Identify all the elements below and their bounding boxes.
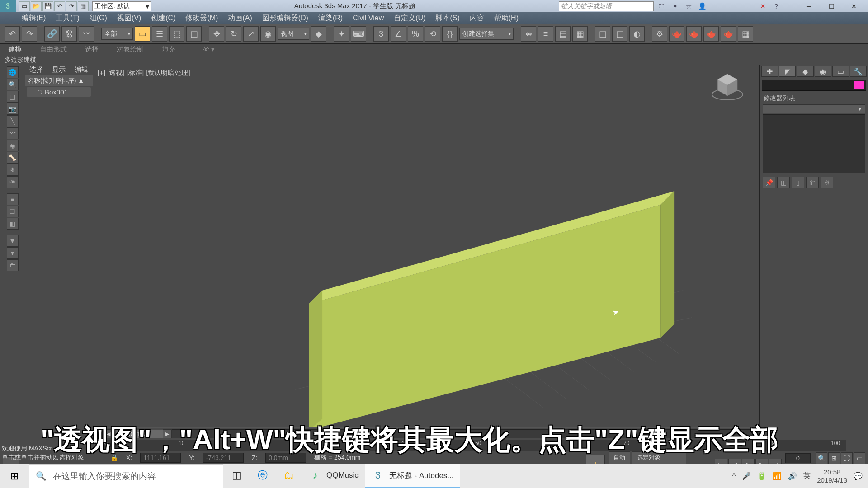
cmd-tab-display[interactable]: ▭	[832, 66, 849, 77]
lt-line-icon[interactable]: ╲	[7, 115, 19, 127]
configure-icon[interactable]: ⚙	[821, 177, 833, 188]
lt-bone-icon[interactable]: 🦴	[7, 152, 19, 164]
pivot-button[interactable]: ◆	[311, 26, 326, 42]
cmd-tab-modify[interactable]: ◤	[779, 66, 796, 77]
render-online-button[interactable]: ▦	[738, 26, 753, 42]
menu-render[interactable]: 渲染(R)	[318, 14, 343, 23]
undo-button[interactable]: ↶	[5, 26, 20, 42]
zoom-extents-button[interactable]: ⛶	[841, 452, 853, 464]
auto-key-button[interactable]: 自动	[609, 451, 630, 464]
menu-help[interactable]: 帮助(H)	[494, 14, 519, 23]
lt-wave-icon[interactable]: 〰	[7, 127, 19, 139]
menu-script[interactable]: 脚本(S)	[435, 14, 459, 23]
named-sel-button[interactable]: {}	[442, 26, 458, 42]
zoom-button[interactable]: 🔍	[816, 452, 827, 464]
remove-mod-icon[interactable]: 🗑	[806, 177, 819, 188]
tray-wifi-icon[interactable]: 📶	[773, 472, 782, 480]
time-ruler[interactable]: 0 10 20 30 40 50 60 70 80 90 100	[104, 440, 846, 451]
lt-sphere-icon[interactable]: ◉	[7, 140, 19, 151]
lt-folder-icon[interactable]: 🗀	[7, 259, 19, 271]
unique-icon[interactable]: ▯	[792, 177, 804, 188]
scene-tab-select[interactable]: 选择	[29, 66, 43, 74]
schematic-button[interactable]: ◫	[612, 26, 627, 42]
task-view-button[interactable]: ◫	[223, 464, 250, 488]
lt-invert-icon[interactable]: ◧	[7, 218, 19, 230]
render-button[interactable]: 🫖	[686, 26, 702, 42]
menu-tools[interactable]: 工具(T)	[56, 14, 79, 23]
ref-coord-dropdown[interactable]: 视图	[278, 28, 309, 40]
minimize-button[interactable]: ─	[797, 0, 820, 12]
menu-animation[interactable]: 动画(A)	[228, 14, 252, 23]
menu-grapheditor[interactable]: 图形编辑器(D)	[262, 14, 308, 23]
ribbon-tab-populate[interactable]: 填充	[162, 45, 175, 54]
perspective-viewport[interactable]: ➤	[93, 65, 759, 427]
ribbon-subpanel[interactable]: 多边形建模	[0, 55, 868, 65]
help-icon[interactable]: ?	[770, 1, 782, 11]
time-slider-thumb[interactable]: 0 / 100	[113, 430, 163, 438]
ribbon-tab-objectpaint[interactable]: 对象绘制	[117, 45, 144, 54]
select-window-button[interactable]: ◫	[186, 26, 202, 42]
redo-button[interactable]: ↷	[22, 26, 37, 42]
menu-customize[interactable]: 自定义(U)	[394, 14, 425, 23]
manipulate-button[interactable]: ✦	[334, 26, 349, 42]
zoom-all-button[interactable]: ⊞	[828, 452, 840, 464]
notification-icon[interactable]: 💬	[854, 472, 863, 480]
workspace-dropdown[interactable]: 工作区: 默认▼	[92, 1, 151, 11]
undo-icon[interactable]: ↶	[54, 1, 65, 11]
new-file-icon[interactable]: ▭	[19, 1, 30, 11]
cmd-tab-motion[interactable]: ◉	[815, 66, 831, 77]
pin-stack-icon[interactable]: 📌	[763, 177, 775, 188]
mirror-button[interactable]: ⇎	[521, 26, 536, 42]
taskbar-explorer[interactable]: 🗂	[276, 464, 302, 488]
start-button[interactable]: ⊞	[0, 464, 29, 488]
viewcube[interactable]	[709, 70, 745, 101]
ribbon-tab-selection[interactable]: 选择	[85, 45, 99, 54]
close-panel-icon[interactable]: ✕	[757, 1, 769, 11]
menu-group[interactable]: 组(G)	[90, 14, 107, 23]
show-end-icon[interactable]: ◫	[777, 177, 790, 188]
taskbar-search-input[interactable]: 🔍 在这里输入你要搜索的内容	[29, 464, 223, 488]
lt-none-icon[interactable]: ☐	[7, 206, 19, 217]
tr-icon-1[interactable]: ⬚	[656, 1, 667, 11]
scale-button[interactable]: ⤢	[243, 26, 259, 42]
bind-button[interactable]: 〰	[79, 26, 94, 42]
lt-globe-icon[interactable]: 🌐	[7, 66, 19, 78]
unlink-button[interactable]: ⛓	[61, 26, 77, 42]
percent-snap-button[interactable]: %	[408, 26, 423, 42]
menu-edit[interactable]: 编辑(E)	[22, 14, 46, 23]
lt-all-icon[interactable]: ≡	[7, 193, 19, 205]
lt-filter-icon[interactable]: ▼	[7, 235, 19, 247]
move-button[interactable]: ✥	[209, 26, 224, 42]
named-selection-dropdown[interactable]: 创建选择集	[459, 28, 514, 40]
layer-button[interactable]: ▤	[555, 26, 571, 42]
snap-toggle-button[interactable]: 3	[373, 26, 389, 42]
menu-civilview[interactable]: Civil View	[353, 14, 384, 22]
redo-icon[interactable]: ↷	[66, 1, 77, 11]
lt-search-icon[interactable]: 🔍	[7, 79, 19, 90]
select-object-button[interactable]: ▭	[135, 26, 150, 42]
render-prod-button[interactable]: 🫖	[703, 26, 719, 42]
object-name-field[interactable]	[762, 80, 866, 91]
open-file-icon[interactable]: 📂	[31, 1, 42, 11]
placement-button[interactable]: ◉	[260, 26, 276, 42]
selection-filter-dropdown[interactable]: 全部	[101, 28, 133, 40]
rotate-button[interactable]: ↻	[226, 26, 241, 42]
render-frame-button[interactable]: 🫖	[669, 26, 684, 42]
time-slider-track[interactable]	[172, 429, 764, 438]
help-search-input[interactable]: 键入关键字或短语	[559, 1, 654, 11]
render-iter-button[interactable]: 🫖	[721, 26, 736, 42]
visibility-toggle-icon[interactable]	[38, 90, 42, 94]
maximize-button[interactable]: ☐	[820, 0, 843, 12]
taskbar-qqmusic[interactable]: ♪QQMusic	[302, 464, 365, 488]
selected-obj-dropdown[interactable]: 选定对象	[632, 451, 686, 464]
tray-ime[interactable]: 英	[803, 471, 811, 481]
modifier-stack[interactable]	[763, 114, 865, 173]
menu-view[interactable]: 视图(V)	[117, 14, 141, 23]
lt-mark-icon[interactable]: ▾	[7, 247, 19, 259]
object-color-swatch[interactable]	[854, 81, 864, 89]
lt-camera-icon[interactable]: 📷	[7, 103, 19, 115]
app-icon[interactable]: 3	[0, 0, 16, 12]
toggle-ribbon-button[interactable]: ▦	[572, 26, 588, 42]
coord-z-field[interactable]: 0.0mm	[265, 453, 306, 463]
taskbar-clock[interactable]: 20:58 2019/4/13	[817, 468, 847, 484]
